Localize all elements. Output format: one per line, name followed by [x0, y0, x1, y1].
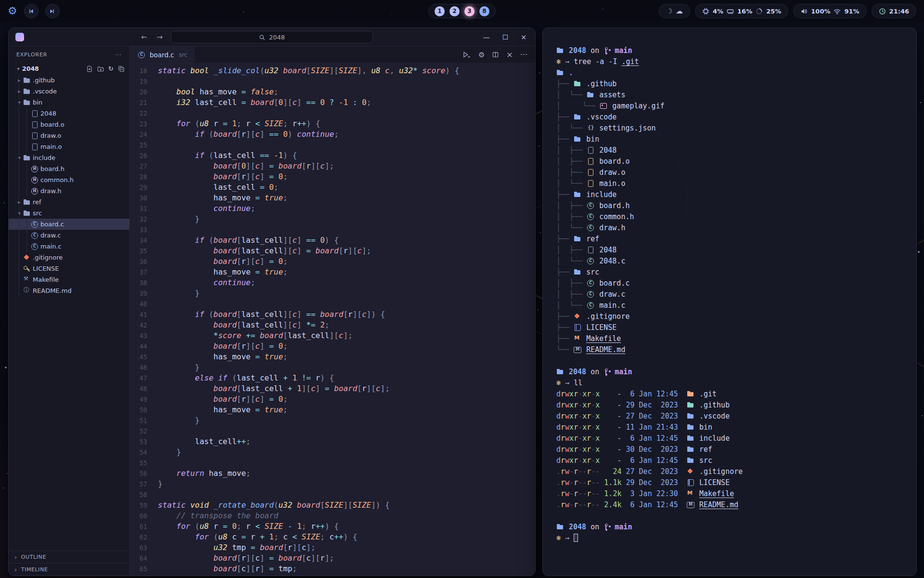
workspace-2[interactable]: 2 — [449, 6, 460, 16]
launcher-logo-icon[interactable]: ⚙ — [8, 6, 17, 16]
clock-module[interactable]: 21:46 — [872, 4, 916, 18]
code-line[interactable]: 37 has_move = true; — [130, 267, 535, 277]
code-line[interactable]: 47 else if (last_cell + 1 != r) { — [130, 373, 535, 383]
code-line[interactable]: 20 bool has_move = false; — [130, 87, 535, 97]
explorer-item-.gitignore[interactable]: .gitignore — [9, 252, 129, 263]
code-line[interactable]: 46 } — [130, 362, 535, 373]
run-button[interactable] — [462, 51, 471, 58]
weather-module[interactable]: ☽ ☁ — [659, 4, 690, 18]
timeline-section[interactable]: › TIMELINE — [9, 563, 129, 576]
media-prev-button[interactable] — [24, 4, 38, 18]
code-line[interactable]: 36 board[r][c] = 0; — [130, 256, 535, 267]
code-line[interactable]: 28 board[r][c] = 0; — [130, 171, 535, 182]
code-line[interactable]: 19 — [130, 76, 535, 87]
code-line[interactable]: 29 last_cell = 0; — [130, 182, 535, 193]
close-button[interactable]: × — [521, 33, 526, 41]
workspace-1[interactable]: 1 — [435, 6, 445, 16]
explorer-item-ref[interactable]: ▸ref — [9, 197, 129, 208]
code-line[interactable]: 24 if (board[r][c] == 0) continue; — [130, 129, 535, 140]
code-line[interactable]: 44 board[r][c] = 0; — [130, 341, 535, 352]
code-line[interactable]: 22 — [130, 108, 535, 118]
code-line[interactable]: 61 for (u8 r = 0; r < SIZE - 1; r++) { — [130, 521, 535, 532]
code-line[interactable]: 49 board[r][c] = 0; — [130, 394, 535, 405]
code-line[interactable]: 59static void _rotate_board(u32 board[SI… — [130, 500, 535, 511]
command-center-search[interactable]: 2048 — [171, 31, 373, 43]
code-line[interactable]: 56 return has_move; — [130, 468, 535, 479]
explorer-item-board.c[interactable]: board.c — [9, 219, 129, 230]
explorer-item-bin[interactable]: ▾bin — [9, 97, 129, 108]
explorer-item-LICENSE[interactable]: LICENSE — [9, 263, 129, 274]
code-line[interactable]: 48 board[last_cell + 1][c] = board[r][c]… — [130, 383, 535, 394]
code-line[interactable]: 51 } — [130, 415, 535, 426]
editor-titlebar[interactable]: ← → 2048 — ☐ × — [9, 28, 535, 46]
explorer-item-Makefile[interactable]: Makefile — [9, 274, 129, 285]
new-file-button[interactable] — [86, 66, 93, 72]
code-line[interactable]: 18static bool _slide_col(u32 board[SIZE]… — [130, 66, 535, 76]
system-stats-module[interactable]: 4% 16% 25% — [695, 4, 788, 18]
explorer-item-main.o[interactable]: main.o — [9, 141, 129, 152]
media-next-button[interactable] — [45, 4, 60, 18]
code-line[interactable]: 41 if (board[last_cell][c] == board[r][c… — [130, 309, 535, 320]
collapse-all-button[interactable] — [118, 66, 125, 72]
code-line[interactable]: 34 if (board[last_cell][c] == 0) { — [130, 235, 535, 246]
terminal-window[interactable]: 2048 on main❄ → tree -a -I .git .├── .gi… — [542, 27, 917, 576]
explorer-item-board.h[interactable]: board.h — [9, 163, 129, 174]
explorer-item-.github[interactable]: ▸.github — [9, 75, 129, 86]
code-line[interactable]: 54 } — [130, 447, 535, 458]
new-folder-button[interactable] — [97, 66, 104, 72]
code-line[interactable]: 25 — [130, 140, 535, 150]
explorer-item-draw.o[interactable]: draw.o — [9, 130, 129, 141]
audio-network-module[interactable]: 100% 91% — [793, 4, 866, 18]
code-line[interactable]: 62 for (u8 c = r + 1; c < SIZE; c++) { — [130, 532, 535, 542]
code-line[interactable]: 53 last_cell++; — [130, 436, 535, 447]
code-line[interactable]: 52 — [130, 426, 535, 436]
code-line[interactable]: 33 — [130, 224, 535, 235]
code-line[interactable]: 21 i32 last_cell = board[0][c] == 0 ? -1… — [130, 97, 535, 108]
code-line[interactable]: 58 — [130, 489, 535, 500]
explorer-item-main.c[interactable]: main.c — [9, 241, 129, 252]
code-line[interactable]: 26 if (last_cell == -1) { — [130, 150, 535, 161]
explorer-item-.vscode[interactable]: ▸.vscode — [9, 86, 129, 97]
more-actions-button[interactable]: ··· — [520, 50, 527, 59]
code-line[interactable]: 30 has_move = true; — [130, 193, 535, 203]
code-line[interactable]: 42 board[last_cell][c] *= 2; — [130, 320, 535, 330]
explorer-item-README.md[interactable]: README.md — [9, 285, 129, 296]
explorer-item-include[interactable]: ▾include — [9, 152, 129, 163]
forward-button[interactable]: → — [157, 33, 163, 41]
code-line[interactable]: 43 *score += board[last_cell][c]; — [130, 330, 535, 341]
code-editor[interactable]: 18static bool _slide_col(u32 board[SIZE]… — [130, 64, 535, 576]
outline-section[interactable]: › OUTLINE — [9, 551, 129, 563]
maximize-button[interactable]: ☐ — [502, 33, 509, 41]
explorer-item-common.h[interactable]: common.h — [9, 174, 129, 185]
code-line[interactable]: 32 } — [130, 214, 535, 224]
refresh-button[interactable]: ↻ — [108, 65, 114, 72]
close-editor-button[interactable]: × — [506, 50, 513, 59]
explorer-more-icon[interactable]: ··· — [116, 52, 122, 58]
gear-icon[interactable]: ⚙ — [478, 51, 485, 59]
code-line[interactable]: 40 — [130, 299, 535, 309]
code-line[interactable]: 57} — [130, 479, 535, 489]
split-editor-button[interactable] — [492, 51, 499, 58]
minimize-button[interactable]: — — [483, 33, 490, 41]
code-line[interactable]: 50 has_move = true; — [130, 405, 535, 415]
code-line[interactable]: 65 board[c][r] = tmp; — [130, 564, 535, 574]
code-line[interactable]: 45 has_move = true; — [130, 352, 535, 362]
code-line[interactable]: 23 for (u8 r = 1; r < SIZE; r++) { — [130, 118, 535, 129]
explorer-item-board.o[interactable]: board.o — [9, 119, 129, 130]
explorer-item-2048[interactable]: 2048 — [9, 108, 129, 119]
code-line[interactable]: 31 continue; — [130, 203, 535, 214]
code-line[interactable]: 38 continue; — [130, 277, 535, 288]
explorer-project-row[interactable]: ▾ 2048 ↻ — [9, 63, 129, 75]
explorer-item-draw.h[interactable]: draw.h — [9, 185, 129, 197]
code-line[interactable]: 35 board[last_cell][c] = board[r][c]; — [130, 246, 535, 256]
code-line[interactable]: 60 // transpose the board — [130, 511, 535, 521]
back-button[interactable]: ← — [141, 33, 147, 41]
code-line[interactable]: 64 board[r][c] = board[c][r]; — [130, 553, 535, 564]
explorer-item-src[interactable]: ▾src — [9, 208, 129, 219]
code-line[interactable]: 55 — [130, 458, 535, 468]
code-line[interactable]: 63 u32 tmp = board[r][c]; — [130, 542, 535, 553]
workspace-3[interactable]: 3 — [464, 6, 475, 16]
tab-board.c[interactable]: board.c src — [130, 46, 195, 63]
workspace-8[interactable]: 8 — [479, 6, 489, 16]
code-line[interactable]: 39 } — [130, 288, 535, 299]
